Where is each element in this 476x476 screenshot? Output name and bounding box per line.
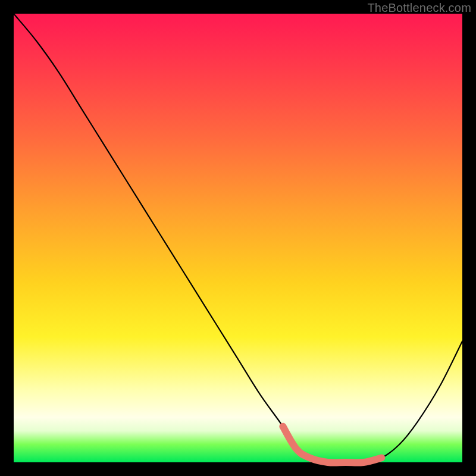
chart-frame: TheBottleneck.com [0,0,476,476]
plot-area [14,14,462,462]
curve-svg [14,14,462,462]
bottleneck-curve [14,14,462,463]
watermark-text: TheBottleneck.com [367,1,471,15]
curve-highlight [283,427,381,463]
